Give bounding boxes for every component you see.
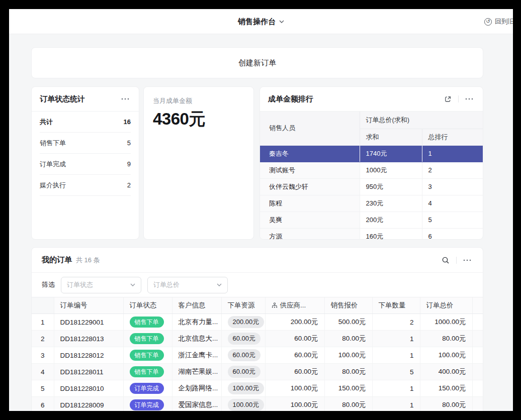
resource-pill: 100.00元	[228, 399, 265, 411]
spare-cell	[472, 380, 483, 397]
spare-cell	[472, 331, 483, 347]
ranking-sum: 950元	[360, 178, 422, 195]
qty-cell: 2	[372, 314, 420, 331]
total-cell: 100.00元	[420, 347, 472, 364]
ranking-row[interactable]: 方源 160元 6	[260, 228, 483, 240]
ranking-row[interactable]: 测试账号 1000元 2	[260, 162, 483, 178]
my-orders-card: 我的订单 共 16 条 筛选 订单状态	[31, 247, 483, 411]
order-row-number: 1	[32, 314, 54, 331]
chevron-down-icon	[130, 283, 135, 286]
create-new-order-label: 创建新订单	[238, 58, 276, 68]
quote-cell: 80.00元	[324, 397, 372, 411]
order-status-filter-placeholder: 订单状态	[67, 280, 93, 289]
customer-cell: 北京有力量...	[172, 314, 221, 331]
back-to-old-version-link[interactable]: ↺ 回到旧版	[484, 9, 513, 34]
order-status-cell: 销售下单	[123, 314, 172, 331]
search-icon[interactable]	[440, 255, 451, 266]
customer-cell: 企划路网络...	[172, 380, 221, 397]
filter-bar: 筛选 订单状态 订单总价	[32, 273, 483, 297]
qty-cell: 1	[372, 397, 420, 411]
total-cell: 80.00元	[420, 331, 472, 347]
order-row-number: 2	[32, 331, 54, 347]
orders-table-body: 1 DD181229001 销售下单 北京有力量... 200.00元 200.…	[32, 314, 483, 411]
ellipsis-icon[interactable]	[462, 255, 473, 266]
create-new-order-button[interactable]: 创建新订单	[31, 47, 483, 78]
qty-cell: 1	[372, 380, 420, 397]
qty-cell: 1	[372, 347, 420, 364]
col-total[interactable]: 订单总价	[420, 297, 472, 314]
ellipsis-icon[interactable]	[120, 93, 131, 104]
order-row[interactable]: 6 DD181228009 订单完成 爱国家信息... 100.00元 100.…	[32, 397, 483, 411]
order-row-number: 5	[32, 380, 54, 397]
col-order-status[interactable]: 订单状态	[123, 297, 172, 314]
app-window: 销售操作台 ↺ 回到旧版 创建新订单 订单状态统计 共计	[9, 9, 513, 411]
col-resource[interactable]: 下单资源	[221, 297, 265, 314]
my-orders-actions	[440, 255, 473, 266]
status-row[interactable]: 订单完成 9	[40, 154, 131, 175]
status-row[interactable]: 销售下单 5	[40, 133, 131, 154]
col-qty[interactable]: 下单数量	[372, 297, 420, 314]
order-status-cell: 销售下单	[123, 347, 172, 364]
total-cell: 1000.00元	[420, 314, 472, 331]
orders-table: 订单编号 订单状态 客户信息 下单资源	[32, 297, 483, 411]
col-order-no[interactable]: 订单编号	[54, 297, 123, 314]
order-status-stats-list: 共计 16 销售下单 5 订单完成 9 媒介执行 2	[32, 112, 139, 196]
workspace-title-dropdown[interactable]: 销售操作台	[238, 9, 284, 34]
amount-ranking-actions	[442, 93, 475, 104]
status-value: 9	[127, 160, 131, 168]
customer-cell: 浙江金鹰卡...	[172, 347, 221, 364]
ranking-table: 销售人员 订单总价(求和) 求和 总排行 秦吉冬 1740元 1 测试账号 10…	[260, 112, 483, 240]
ranking-sum: 1000元	[360, 162, 422, 178]
col-spare	[472, 297, 483, 314]
col-supplier[interactable]: 供应商...	[265, 297, 324, 314]
order-row[interactable]: 4 DD181228011 销售下单 湖南芒果娱... 60.00元 60.00…	[32, 364, 483, 380]
supplier-cell: 60.00元	[265, 347, 324, 364]
col-customer[interactable]: 客户信息	[172, 297, 221, 314]
divider	[456, 257, 457, 264]
ranking-sum: 160元	[360, 228, 422, 240]
order-row[interactable]: 2 DD181228013 销售下单 北京信息大... 60.00元 60.00…	[32, 331, 483, 347]
status-row[interactable]: 共计 16	[40, 112, 131, 133]
order-no-cell: DD181228011	[54, 364, 123, 380]
ranking-sum: 1740元	[360, 145, 422, 162]
ranking-row[interactable]: 陈程 230元 4	[260, 195, 483, 212]
order-row[interactable]: 1 DD181229001 销售下单 北京有力量... 200.00元 200.…	[32, 314, 483, 331]
col-supplier-label: 供应商...	[280, 301, 306, 310]
order-row-number: 6	[32, 397, 54, 411]
status-badge: 订单完成	[130, 383, 164, 394]
customer-cell: 爱国家信息...	[172, 397, 221, 411]
resource-pill: 60.00元	[228, 349, 261, 361]
status-value: 5	[127, 139, 131, 147]
ellipsis-icon[interactable]	[464, 93, 475, 104]
ranking-person: 吴爽	[260, 212, 360, 228]
order-status-stats-header: 订单状态统计	[32, 87, 139, 112]
ranking-sum: 230元	[360, 195, 422, 212]
resource-cell: 100.00元	[221, 380, 265, 397]
top-bar: 销售操作台 ↺ 回到旧版	[9, 9, 513, 34]
order-status-filter-select[interactable]: 订单状态	[61, 277, 141, 293]
order-status-cell: 订单完成	[123, 380, 172, 397]
amount-ranking-card: 成单金额排行	[259, 86, 483, 240]
status-row[interactable]: 媒介执行 2	[40, 175, 131, 196]
ranking-row[interactable]: 吴爽 200元 5	[260, 212, 483, 228]
order-row[interactable]: 3 DD181228012 销售下单 浙江金鹰卡... 60.00元 60.00…	[32, 347, 483, 364]
my-orders-header: 我的订单 共 16 条	[32, 248, 483, 273]
order-row[interactable]: 5 DD181228010 订单完成 企划路网络... 100.00元 100.…	[32, 380, 483, 397]
total-cell: 80.00元	[420, 397, 472, 411]
ranking-row[interactable]: 伙伴云魏少轩 950元 3	[260, 178, 483, 195]
ranking-row[interactable]: 秦吉冬 1740元 1	[260, 145, 483, 162]
order-no-cell: DD181228009	[54, 397, 123, 411]
order-no-cell: DD181229001	[54, 314, 123, 331]
col-quote[interactable]: 销售报价	[324, 297, 372, 314]
ranking-rank: 2	[422, 162, 483, 178]
order-status-cell: 销售下单	[123, 331, 172, 347]
order-total-filter-select[interactable]: 订单总价	[147, 277, 228, 293]
ranking-col-person: 销售人员	[260, 112, 360, 145]
ranking-col-sum: 求和	[360, 129, 422, 145]
export-icon[interactable]	[442, 93, 453, 104]
monthly-amount-value: 4360元	[153, 108, 244, 131]
supplier-cell: 60.00元	[265, 331, 324, 347]
my-orders-title: 我的订单	[42, 255, 72, 265]
ranking-person: 秦吉冬	[260, 145, 360, 162]
total-cell: 400.00元	[420, 364, 472, 380]
